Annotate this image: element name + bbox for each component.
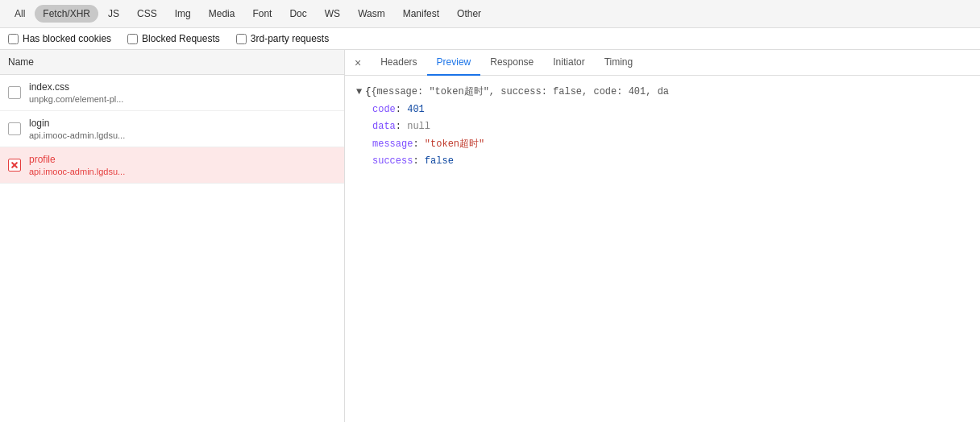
detail-tab-response[interactable]: Response xyxy=(480,50,543,76)
file-info-login: login api.imooc-admin.lgdsu... xyxy=(29,118,125,140)
tab-manifest[interactable]: Manifest xyxy=(395,5,447,23)
json-key-data: data xyxy=(372,118,396,136)
tab-all[interactable]: All xyxy=(6,5,33,23)
detail-tabs: × Headers Preview Response Initiator Tim… xyxy=(345,50,980,76)
tab-font[interactable]: Font xyxy=(244,5,280,23)
json-key-success: success xyxy=(372,153,413,171)
json-line-message: message : "token超时" xyxy=(356,136,969,154)
json-colon-data: : xyxy=(396,118,407,136)
tab-fetch-xhr[interactable]: Fetch/XHR xyxy=(35,5,98,23)
tab-ws[interactable]: WS xyxy=(317,5,348,23)
file-url-profile: api.imooc-admin.lgdsu... xyxy=(29,167,125,176)
detail-tab-preview[interactable]: Preview xyxy=(427,50,481,76)
file-url-index-css: unpkg.com/element-pl... xyxy=(29,94,123,104)
filter-third-party-checkbox[interactable] xyxy=(236,34,247,44)
file-name-login: login xyxy=(29,118,125,129)
file-item-login[interactable]: login api.imooc-admin.lgdsu... xyxy=(0,111,344,147)
filter-blocked-requests[interactable]: Blocked Requests xyxy=(127,33,220,44)
json-line-data: data : null xyxy=(356,118,969,136)
file-info-index-css: index.css unpkg.com/element-pl... xyxy=(29,81,123,104)
filter-blocked-cookies-checkbox[interactable] xyxy=(8,34,19,44)
json-value-success: false xyxy=(425,153,454,171)
json-value-message: "token超时" xyxy=(425,136,484,154)
json-open-brace: { xyxy=(365,84,371,101)
tab-css[interactable]: CSS xyxy=(129,5,165,23)
tab-wasm[interactable]: Wasm xyxy=(350,5,393,23)
json-colon-success: : xyxy=(413,153,424,171)
tab-doc[interactable]: Doc xyxy=(281,5,314,23)
detail-panel: × Headers Preview Response Initiator Tim… xyxy=(345,50,980,422)
filter-bar: Has blocked cookies Blocked Requests 3rd… xyxy=(0,28,980,50)
filter-third-party-label: 3rd-party requests xyxy=(251,33,329,44)
detail-close-button[interactable]: × xyxy=(348,53,368,72)
json-key-message: message xyxy=(372,136,413,154)
file-checkbox-login xyxy=(8,122,21,135)
main-content: Name index.css unpkg.com/element-pl... l… xyxy=(0,50,980,422)
file-list-panel: Name index.css unpkg.com/element-pl... l… xyxy=(0,50,345,422)
file-item-profile[interactable]: profile api.imooc-admin.lgdsu... xyxy=(0,147,344,184)
filter-blocked-cookies-label: Has blocked cookies xyxy=(23,33,111,44)
json-expand-arrow[interactable]: ▼ xyxy=(356,84,362,101)
json-line-code: code : 401 xyxy=(356,101,969,119)
file-name-profile: profile xyxy=(29,154,125,165)
json-colon-message: : xyxy=(413,136,424,154)
json-key-code: code xyxy=(372,101,396,119)
file-url-login: api.imooc-admin.lgdsu... xyxy=(29,130,125,140)
json-colon-code: : xyxy=(396,101,407,119)
json-value-code: 401 xyxy=(407,101,425,119)
file-checkbox-profile xyxy=(8,159,21,172)
json-line-success: success : false xyxy=(356,153,969,171)
detail-tab-initiator[interactable]: Initiator xyxy=(543,50,594,76)
json-root-preview: {message: "token超时", success: false, cod… xyxy=(371,84,669,101)
file-checkbox-index-css xyxy=(8,86,21,99)
json-root-line: ▼ { {message: "token超时", success: false,… xyxy=(356,84,969,101)
filter-blocked-cookies[interactable]: Has blocked cookies xyxy=(8,33,111,44)
tab-bar: All Fetch/XHR JS CSS Img Media Font Doc … xyxy=(0,0,980,28)
file-name-index-css: index.css xyxy=(29,81,123,93)
tab-img[interactable]: Img xyxy=(167,5,199,23)
filter-blocked-requests-checkbox[interactable] xyxy=(127,34,138,44)
tab-js[interactable]: JS xyxy=(100,5,127,23)
tab-media[interactable]: Media xyxy=(201,5,243,23)
filter-blocked-requests-label: Blocked Requests xyxy=(142,33,220,44)
file-item-index-css[interactable]: index.css unpkg.com/element-pl... xyxy=(0,75,344,111)
detail-tab-timing[interactable]: Timing xyxy=(595,50,643,76)
tab-other[interactable]: Other xyxy=(449,5,489,23)
file-info-profile: profile api.imooc-admin.lgdsu... xyxy=(29,154,125,176)
json-preview: ▼ { {message: "token超时", success: false,… xyxy=(345,76,980,422)
filter-third-party[interactable]: 3rd-party requests xyxy=(236,33,329,44)
file-list-header: Name xyxy=(0,50,344,75)
json-value-data: null xyxy=(407,118,430,136)
detail-tab-headers[interactable]: Headers xyxy=(371,50,426,76)
